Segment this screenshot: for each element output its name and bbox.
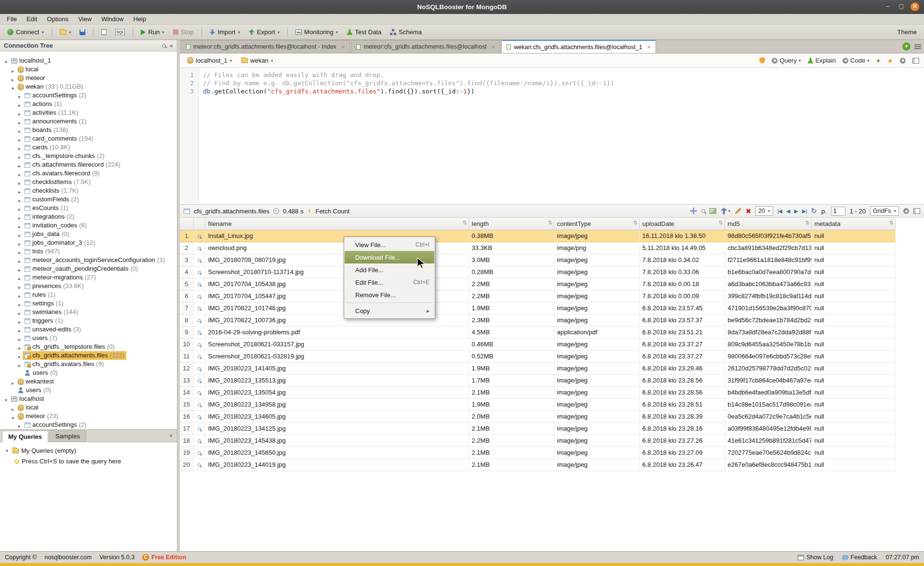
twisty-icon[interactable]: ▸	[16, 110, 23, 118]
site-link[interactable]: nosqlbooster.com	[44, 554, 92, 561]
twisty-icon[interactable]: ▸	[16, 145, 23, 152]
my-queries-root[interactable]: ▾ My Queries (empty)	[0, 446, 177, 456]
twisty-icon[interactable]: ▸	[16, 327, 23, 334]
preview-icon[interactable]	[198, 379, 201, 382]
preview-icon[interactable]	[198, 331, 201, 334]
twisty-icon[interactable]: ▸	[16, 188, 23, 196]
twisty-icon[interactable]: ▸	[10, 379, 16, 386]
panel-chevron-icon[interactable]: »	[168, 434, 175, 437]
tree-item-wekan[interactable]: ▾wekan(33 | 0.21GB)	[0, 82, 177, 91]
context-menu-item-remove-file-[interactable]: Remove File...	[345, 289, 434, 301]
connect-button[interactable]: Connect ▾	[4, 27, 47, 37]
run-button[interactable]: Run ▾	[137, 27, 167, 37]
new-editor-button[interactable]	[98, 27, 110, 37]
export-docs-button[interactable]: ▾	[721, 208, 731, 214]
twisty-icon[interactable]: ▾	[10, 84, 16, 92]
menu-options[interactable]: Options	[42, 14, 73, 24]
twisty-icon[interactable]: ▸	[10, 405, 16, 412]
editor-tab[interactable]: wekan:cfs_gridfs.attachments.files@local…	[501, 40, 656, 53]
tree-item-cfs-gridfs-tempstore-files[interactable]: ▸cfs_gridfs._tempstore.files(0)	[0, 342, 177, 351]
stop-button[interactable]: Stop	[170, 27, 197, 37]
zoom-icon[interactable]	[701, 209, 705, 213]
column-header-contentType[interactable]: contentType⇅	[554, 218, 639, 230]
twisty-icon[interactable]: ▸	[16, 153, 23, 161]
table-row[interactable]: 8IMG_20170822_100736.jpg2.3MBimage/jpeg6…	[180, 314, 895, 326]
search-icon[interactable]	[162, 44, 166, 48]
breadcrumb-collection[interactable]: wekan ▾	[239, 56, 276, 65]
table-row[interactable]: 13IMG_20180223_135513.jpg1.7MBimage/jpeg…	[180, 374, 895, 386]
tree-item-users[interactable]: ▸users(7)	[0, 334, 177, 342]
tree-item-localhost[interactable]: ▾localhost	[0, 395, 177, 403]
tree-item-accountsettings[interactable]: ▸accountSettings(2)	[0, 421, 177, 429]
sort-icon[interactable]: ⇅	[889, 220, 893, 226]
theme-button[interactable]: Theme	[894, 27, 920, 37]
tree-item-meteor[interactable]: ▾meteor(23)	[0, 412, 177, 421]
delete-doc-icon[interactable]: ✖	[746, 208, 751, 214]
sort-icon[interactable]: ⇅	[548, 220, 552, 226]
tree-item-swimlanes[interactable]: ▸swimlanes(144)	[0, 308, 177, 316]
first-page-button[interactable]: |◀	[777, 208, 782, 214]
table-row[interactable]: 16IMG_20180223_134605.jpg2.0MBimage/jpeg…	[180, 410, 895, 422]
column-header-metadata[interactable]: metadata⇅	[811, 218, 895, 230]
twisty-icon[interactable]: ▸	[16, 283, 23, 291]
save-button[interactable]	[76, 28, 89, 37]
tree-item-rules[interactable]: ▸rules(1)	[0, 290, 177, 299]
twisty-icon[interactable]: ▸	[16, 231, 23, 239]
preview-icon[interactable]	[198, 367, 201, 370]
refresh-icon[interactable]: ↻	[811, 207, 817, 215]
table-row[interactable]: 17IMG_20180223_134125.jpg2.1MBimage/jpeg…	[180, 422, 895, 434]
edition-text[interactable]: Free Edition	[151, 554, 186, 561]
prev-page-button[interactable]: ◀	[786, 208, 790, 214]
tree-item-meteor-migrations[interactable]: ▸meteor-migrations(27)	[0, 273, 177, 282]
close-tab-icon[interactable]: ×	[492, 43, 495, 51]
preview-icon[interactable]	[198, 295, 201, 298]
tree-item-presences[interactable]: ▸presences(33.6K)	[0, 282, 177, 290]
context-menu-item-view-file-[interactable]: View File...Ctrl+I	[345, 238, 434, 251]
close-button[interactable]: ✕	[911, 2, 919, 11]
twisty-icon[interactable]: ▸	[16, 344, 23, 352]
sort-icon[interactable]: ⇅	[718, 220, 723, 226]
query-button[interactable]: Query ▾	[772, 57, 801, 64]
twisty-icon[interactable]: ▸	[16, 118, 23, 126]
tab-list-icon[interactable]	[914, 44, 921, 49]
tree-item-meteor-oauth-pendingcredentials[interactable]: ▸meteor_oauth_pendingCredentials(0)	[0, 264, 177, 273]
table-row[interactable]: 92016-04-29-solving-problems.pdf4.5MBapp…	[180, 326, 895, 338]
twisty-icon[interactable]: ▸	[16, 214, 23, 222]
table-row[interactable]: 15IMG_20180223_134958.jpg1.9MBimage/jpeg…	[180, 398, 895, 410]
gallery-view-icon[interactable]	[710, 208, 716, 214]
explain-button[interactable]: Explain	[807, 57, 836, 64]
settings-gear-icon[interactable]	[900, 58, 906, 64]
tree-item-jobs-dominator-3[interactable]: ▸jobs_dominator_3(12)	[0, 238, 177, 247]
close-tab-icon[interactable]: ×	[341, 43, 345, 51]
twisty-icon[interactable]: ▸	[16, 171, 23, 178]
preview-icon[interactable]	[198, 355, 201, 358]
twisty-icon[interactable]: ▸	[16, 353, 23, 360]
tree-item-jobs-data[interactable]: ▸jobs_data(0)	[0, 230, 177, 238]
table-row[interactable]: 14IMG_20180223_135054.jpg2.1MBimage/jpeg…	[180, 386, 895, 398]
tree-item-local[interactable]: ▸local	[0, 403, 177, 412]
table-row[interactable]: 7IMG_20170822_101746.jpg1.9MBimage/jpeg6…	[180, 302, 895, 314]
tree-item-escounts[interactable]: ▸esCounts(1)	[0, 204, 177, 212]
tree-item-checklistitems[interactable]: ▸checklistItems(7.5K)	[0, 178, 177, 186]
tree-item-cfs-gridfs-avatars-files[interactable]: ▸cfs_gridfs.avatars.files(9)	[0, 360, 177, 369]
twisty-icon[interactable]: ▸	[16, 292, 23, 300]
preview-icon[interactable]	[198, 319, 201, 322]
preview-icon[interactable]	[198, 307, 201, 310]
preview-icon[interactable]	[198, 283, 201, 286]
tree-item-card-comments[interactable]: ▸card_comments(194)	[0, 134, 177, 143]
tree-item-lists[interactable]: ▸lists(947)	[0, 247, 177, 256]
last-page-button[interactable]: ▶|	[802, 208, 806, 214]
twisty-icon[interactable]: ▸	[16, 361, 23, 369]
preview-icon[interactable]	[198, 439, 201, 443]
preview-icon[interactable]	[198, 451, 201, 455]
minimize-button[interactable]: –	[884, 2, 892, 11]
preview-icon[interactable]	[198, 259, 201, 262]
table-row[interactable]: 19IMG_20180223_145650.jpg2.1MBimage/jpeg…	[180, 447, 895, 459]
collapse-sidebar-icon[interactable]: «	[170, 42, 173, 49]
column-header-filename[interactable]: filename⇅	[205, 218, 469, 230]
tree-item-settings[interactable]: ▸settings(1)	[0, 299, 177, 308]
table-row[interactable]: 6IMG_20170704_105447.jpg2.2MBimage/jpeg7…	[180, 290, 895, 302]
menu-file[interactable]: File	[2, 14, 22, 24]
preview-icon[interactable]	[198, 271, 201, 274]
tree-item-users[interactable]: users(0)	[0, 386, 177, 395]
